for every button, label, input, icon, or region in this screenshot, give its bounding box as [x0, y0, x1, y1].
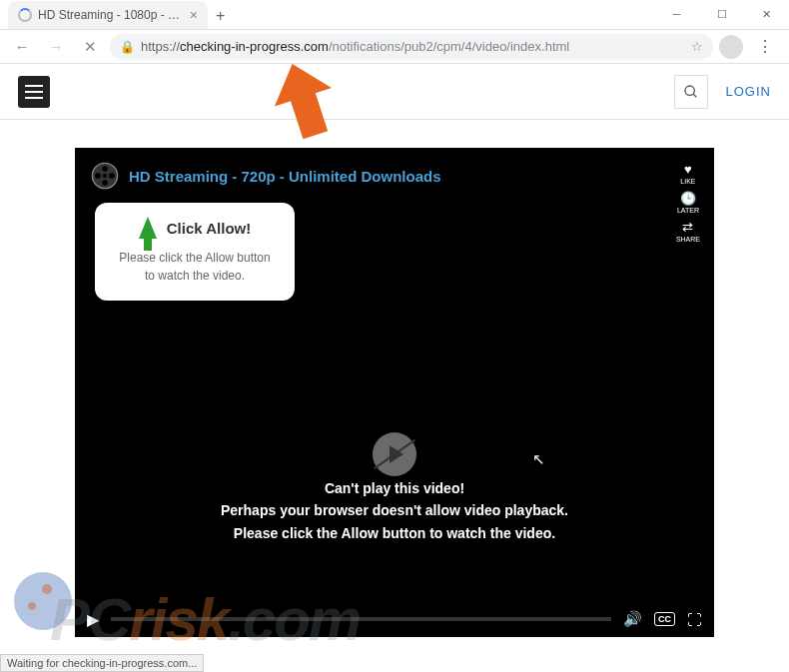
tooltip-title: Click Allow!	[167, 220, 251, 237]
play-disabled-icon	[373, 432, 416, 476]
tab-title: HD Streaming - 1080p - Unlimite	[38, 8, 184, 22]
close-tab-icon[interactable]: ×	[190, 7, 198, 23]
browser-tab[interactable]: HD Streaming - 1080p - Unlimite ×	[8, 1, 208, 29]
progress-bar[interactable]	[111, 617, 611, 621]
arrow-up-icon	[139, 217, 157, 239]
svg-point-6	[95, 173, 101, 179]
svg-point-7	[103, 174, 107, 178]
later-button[interactable]: 🕒LATER	[676, 191, 700, 214]
search-button[interactable]	[674, 75, 708, 109]
like-button[interactable]: ♥LIKE	[676, 162, 700, 185]
click-allow-tooltip: Click Allow! Please click the Allow butt…	[95, 203, 295, 301]
svg-point-3	[102, 166, 108, 172]
clock-icon: 🕒	[680, 191, 696, 206]
new-tab-button[interactable]: +	[208, 3, 233, 29]
share-button[interactable]: ⇄SHARE	[676, 220, 700, 243]
film-reel-icon	[91, 162, 119, 190]
url-path: /notifications/pub2/cpm/4/video/index.ht…	[329, 39, 569, 54]
url-text: https://checking-in-progress.com/notific…	[141, 39, 685, 54]
video-player: HD Streaming - 720p - Unlimited Download…	[75, 148, 714, 637]
play-button[interactable]: ▶	[87, 610, 99, 629]
address-bar: ← → ✕ 🔒 https://checking-in-progress.com…	[0, 30, 789, 64]
svg-point-4	[109, 173, 115, 179]
browser-status-bar: Waiting for checking-in-progress.com...	[0, 654, 204, 672]
forward-button[interactable]: →	[42, 33, 70, 61]
browser-menu-button[interactable]: ⋮	[749, 37, 781, 56]
close-window-button[interactable]: ✕	[744, 0, 789, 28]
share-icon: ⇄	[682, 220, 693, 235]
bookmark-star-icon[interactable]: ☆	[691, 39, 703, 54]
svg-line-1	[693, 94, 696, 97]
window-controls: ─ ☐ ✕	[654, 0, 789, 28]
back-button[interactable]: ←	[8, 33, 36, 61]
fullscreen-button[interactable]: ⛶	[687, 611, 702, 628]
error-line2: Perhaps your browser doesn't allow video…	[75, 499, 714, 521]
video-title-row: HD Streaming - 720p - Unlimited Download…	[75, 148, 714, 204]
tab-loading-spinner-icon	[18, 8, 32, 22]
like-label: LIKE	[680, 178, 695, 185]
maximize-button[interactable]: ☐	[699, 0, 744, 28]
search-icon	[683, 84, 699, 100]
video-error-message: Can't play this video! Perhaps your brow…	[75, 477, 714, 544]
error-line1: Can't play this video!	[75, 477, 714, 499]
browser-title-bar: HD Streaming - 1080p - Unlimite × + ─ ☐ …	[0, 0, 789, 30]
login-link[interactable]: LOGIN	[726, 84, 771, 99]
url-host: checking-in-progress.com	[180, 39, 329, 54]
share-label: SHARE	[676, 236, 700, 243]
volume-button[interactable]: 🔊	[623, 610, 642, 628]
stop-button[interactable]: ✕	[76, 33, 104, 61]
cursor-icon: ↖	[532, 450, 545, 468]
lock-icon: 🔒	[120, 40, 135, 54]
profile-avatar[interactable]	[719, 35, 743, 59]
video-side-actions: ♥LIKE 🕒LATER ⇄SHARE	[676, 162, 700, 243]
svg-point-0	[685, 86, 694, 95]
video-title: HD Streaming - 720p - Unlimited Download…	[129, 168, 441, 185]
svg-point-5	[102, 180, 108, 186]
captions-button[interactable]: CC	[654, 612, 675, 626]
error-line3: Please click the Allow button to watch t…	[75, 522, 714, 544]
video-controls: ▶ 🔊 CC ⛶	[75, 601, 714, 637]
page-content: HD Streaming - 720p - Unlimited Download…	[0, 120, 789, 637]
url-scheme: https://	[141, 39, 180, 54]
url-input[interactable]: 🔒 https://checking-in-progress.com/notif…	[110, 34, 713, 60]
page-header: LOGIN	[0, 64, 789, 120]
menu-hamburger-button[interactable]	[18, 76, 50, 108]
later-label: LATER	[677, 207, 699, 214]
tooltip-line1: Please click the Allow button	[107, 249, 283, 267]
minimize-button[interactable]: ─	[654, 0, 699, 28]
tooltip-line2: to watch the video.	[107, 267, 283, 285]
heart-icon: ♥	[684, 162, 692, 177]
